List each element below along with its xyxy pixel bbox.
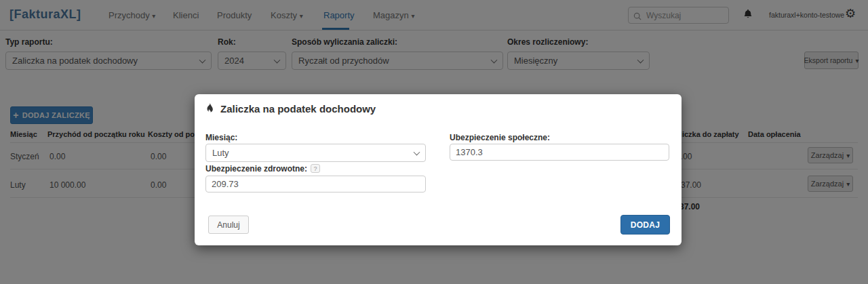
help-tooltip-icon[interactable]: ? (311, 164, 320, 173)
chevron-down-icon (414, 148, 420, 155)
ubezpieczenie-spoleczne-input[interactable] (450, 144, 669, 161)
ubezpieczenie-spoleczne-label: Ubezpieczenie społeczne: (450, 133, 550, 142)
fire-icon (205, 103, 214, 117)
ubezpieczenie-zdrowotne-label: Ubezpieczenie zdrowotne:? (205, 164, 320, 174)
label-text: Ubezpieczenie zdrowotne: (205, 164, 307, 174)
miesiac-select[interactable]: Luty (205, 144, 426, 162)
modal-title: Zaliczka na podatek dochodowy (220, 103, 376, 115)
app-root: [FakturaXL] Przychody ▾ Klienci Produkty… (0, 0, 868, 284)
cancel-button[interactable]: Anuluj (208, 216, 249, 234)
miesiac-label: Miesiąc: (205, 133, 237, 142)
submit-dodaj-button[interactable]: DODAJ (620, 215, 670, 235)
add-zaliczka-modal: Zaliczka na podatek dochodowy Miesiąc: L… (195, 94, 682, 245)
select-value: Luty (212, 148, 229, 158)
ubezpieczenie-zdrowotne-input[interactable] (205, 176, 426, 192)
